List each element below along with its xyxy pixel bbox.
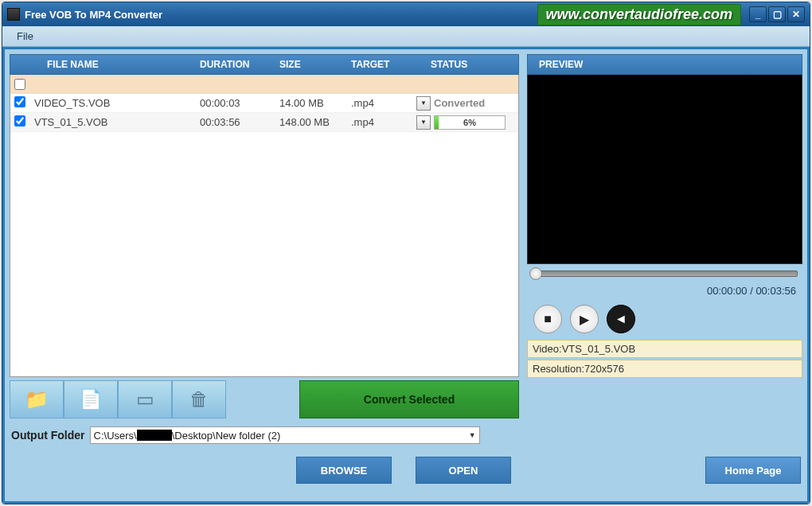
app-icon xyxy=(7,8,20,21)
seek-slider[interactable] xyxy=(532,271,798,277)
home-page-button[interactable]: Home Page xyxy=(705,457,801,484)
cell-duration: 00:00:03 xyxy=(200,97,279,109)
folder-plus-icon: 📁 xyxy=(25,388,49,411)
play-button[interactable]: ▶ xyxy=(570,305,599,333)
output-folder-field[interactable]: C:\Users\\Desktop\New folder (2) ▼ xyxy=(90,426,480,444)
col-filename[interactable]: FILE NAME xyxy=(33,59,200,70)
browse-button[interactable]: BROWSE xyxy=(296,457,392,484)
brand-url-text: www.convertaudiofree.com xyxy=(546,6,732,22)
chevron-down-icon[interactable]: ▼ xyxy=(469,431,476,439)
close-button[interactable]: ✕ xyxy=(787,6,805,22)
col-target[interactable]: TARGET xyxy=(351,59,431,70)
list-toolbar: 📁 📄 ▭ 🗑 Convert Selected xyxy=(10,380,519,418)
col-size[interactable]: SIZE xyxy=(279,59,351,70)
output-folder-label: Output Folder xyxy=(11,429,85,442)
table-body: VIDEO_TS.VOB 00:00:03 14.00 MB .mp4 ▼ Co… xyxy=(10,75,519,377)
convert-selected-button[interactable]: Convert Selected xyxy=(299,380,519,418)
cell-size: 148.00 MB xyxy=(279,116,351,128)
table-row[interactable]: VIDEO_TS.VOB 00:00:03 14.00 MB .mp4 ▼ Co… xyxy=(10,94,518,113)
table-header: FILE NAME DURATION SIZE TARGET STATUS xyxy=(10,54,519,75)
preview-video-area xyxy=(527,75,802,264)
select-all-row xyxy=(10,75,518,94)
cell-target: .mp4 xyxy=(351,97,416,109)
trash-icon: 🗑 xyxy=(189,388,209,411)
speaker-icon: ◄ xyxy=(615,312,627,326)
maximize-button[interactable]: ▢ xyxy=(768,6,786,22)
menu-file[interactable]: File xyxy=(10,28,40,45)
bottom-button-row: BROWSE OPEN Home Page xyxy=(10,452,802,487)
remove-file-button[interactable]: ▭ xyxy=(118,380,172,418)
add-file-button[interactable]: 📄 xyxy=(64,380,118,418)
select-all-checkbox[interactable] xyxy=(14,79,25,90)
minimize-button[interactable]: _ xyxy=(749,6,767,22)
titlebar: Free VOB To MP4 Converter www.convertaud… xyxy=(2,2,810,26)
col-status[interactable]: STATUS xyxy=(431,59,510,70)
time-display: 00:00:00 / 00:03:56 xyxy=(527,280,802,300)
resolution-info: Resolution:720x576 xyxy=(527,360,802,378)
brand-url-banner[interactable]: www.convertaudiofree.com xyxy=(537,4,741,25)
window-title: Free VOB To MP4 Converter xyxy=(25,9,162,21)
cell-filename: VTS_01_5.VOB xyxy=(33,116,200,128)
row-checkbox[interactable] xyxy=(14,115,25,127)
mute-button[interactable]: ◄ xyxy=(607,305,635,333)
media-controls: ■ ▶ ◄ xyxy=(527,300,802,338)
redacted-username xyxy=(137,430,172,441)
seek-thumb[interactable] xyxy=(529,267,542,280)
stop-button[interactable]: ■ xyxy=(533,305,562,333)
progress-bar: 6% xyxy=(434,115,506,130)
delete-button[interactable]: 🗑 xyxy=(172,380,226,418)
content-area: FILE NAME DURATION SIZE TARGET STATUS VI… xyxy=(2,47,810,504)
target-dropdown-button[interactable]: ▼ xyxy=(416,115,431,130)
cell-duration: 00:03:56 xyxy=(200,116,279,128)
stop-icon: ■ xyxy=(544,312,552,326)
menubar: File xyxy=(2,26,810,47)
col-duration[interactable]: DURATION xyxy=(200,59,279,70)
row-checkbox[interactable] xyxy=(14,96,25,107)
file-list-panel: FILE NAME DURATION SIZE TARGET STATUS VI… xyxy=(10,54,519,418)
status-text: Converted xyxy=(434,97,485,109)
video-info: Video:VTS_01_5.VOB xyxy=(527,340,802,358)
output-folder-row: Output Folder C:\Users\\Desktop\New fold… xyxy=(10,423,802,447)
preview-header: PREVIEW xyxy=(527,54,802,75)
file-minus-icon: ▭ xyxy=(136,388,154,411)
open-button[interactable]: OPEN xyxy=(416,457,511,484)
app-window: Free VOB To MP4 Converter www.convertaud… xyxy=(2,2,810,504)
cell-size: 14.00 MB xyxy=(279,97,351,109)
preview-panel: PREVIEW 00:00:00 / 00:03:56 ■ ▶ ◄ Video:… xyxy=(527,54,802,418)
target-dropdown-button[interactable]: ▼ xyxy=(416,96,431,111)
progress-text: 6% xyxy=(463,118,476,127)
file-plus-icon: 📄 xyxy=(79,388,103,411)
play-icon: ▶ xyxy=(580,312,589,327)
table-row[interactable]: VTS_01_5.VOB 00:03:56 148.00 MB .mp4 ▼ 6… xyxy=(10,113,518,132)
cell-filename: VIDEO_TS.VOB xyxy=(33,97,200,109)
cell-target: .mp4 xyxy=(351,116,416,128)
add-folder-button[interactable]: 📁 xyxy=(10,380,64,418)
